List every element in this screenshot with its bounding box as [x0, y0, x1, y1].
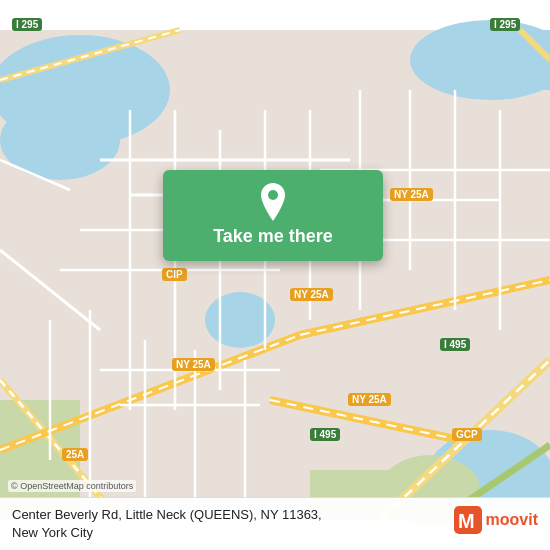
bottom-bar: Center Beverly Rd, Little Neck (QUEENS),… [0, 497, 550, 550]
osm-attribution: © OpenStreetMap contributors [8, 480, 136, 492]
road-label-i495-1: I 495 [440, 338, 470, 351]
moovit-logo-icon: M [454, 506, 482, 534]
road-label-ny25a-2: NY 25A [290, 288, 333, 301]
road-label-ny25a-4: NY 25A [348, 393, 391, 406]
road-label-ny25a-3: NY 25A [172, 358, 215, 371]
location-pin-icon [255, 184, 291, 220]
address-line2: New York City [12, 525, 93, 540]
map-container: I 295 I 295 NY 25A NY 25A NY 25A NY 25A … [0, 0, 550, 550]
road-label-i495-2: I 495 [310, 428, 340, 441]
svg-rect-4 [440, 30, 550, 90]
map-background [0, 0, 550, 550]
road-label-gcp: GCP [452, 428, 482, 441]
road-label-ny25a-1: NY 25A [390, 188, 433, 201]
osm-attribution-text: © OpenStreetMap contributors [11, 481, 133, 491]
road-label-25a-left: 25A [62, 448, 88, 461]
moovit-brand-name: moovit [486, 511, 538, 529]
road-label-cip: CIP [162, 268, 187, 281]
svg-text:M: M [458, 510, 475, 532]
road-label-i295-2: I 295 [490, 18, 520, 31]
road-label-i295-1: I 295 [12, 18, 42, 31]
address-text: Center Beverly Rd, Little Neck (QUEENS),… [12, 506, 444, 542]
take-me-there-button[interactable]: Take me there [163, 170, 383, 261]
svg-point-49 [268, 190, 278, 200]
address-line1: Center Beverly Rd, Little Neck (QUEENS),… [12, 507, 322, 522]
address-section: Center Beverly Rd, Little Neck (QUEENS),… [12, 506, 444, 542]
moovit-logo: M moovit [454, 506, 538, 534]
take-me-there-label: Take me there [213, 226, 333, 247]
